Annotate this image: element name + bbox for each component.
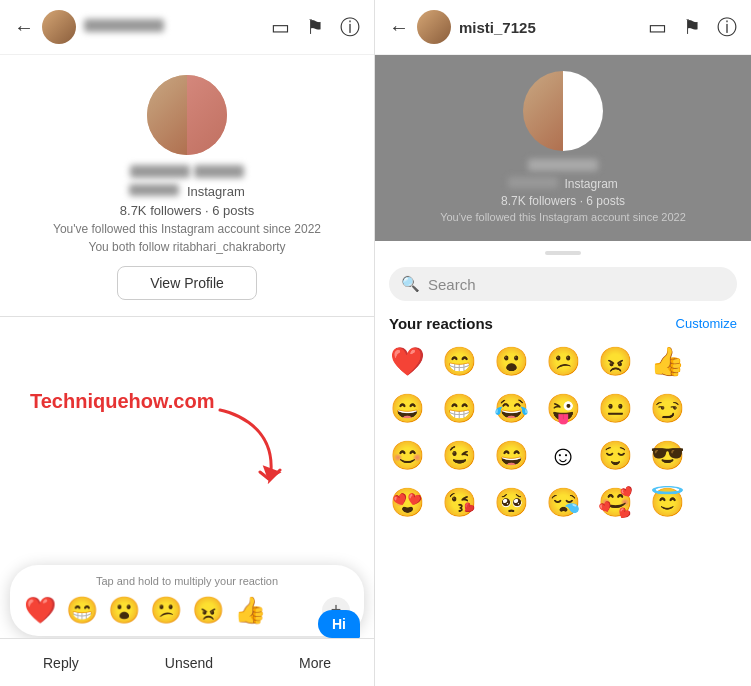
emoji-smile[interactable]: 😊 <box>383 434 431 477</box>
profile-stats: 8.7K followers · 6 posts <box>120 203 254 218</box>
right-top-bar-icons: ▭ ⚑ ⓘ <box>648 14 737 41</box>
profile-followed: You've followed this Instagram account s… <box>53 222 321 236</box>
search-icon: 🔍 <box>401 275 420 293</box>
right-top-bar: ← misti_7125 ▭ ⚑ ⓘ <box>375 0 751 55</box>
right-profile-name <box>528 159 598 175</box>
left-top-bar: ← ▭ ⚑ ⓘ <box>0 0 374 55</box>
more-button[interactable]: More <box>279 647 351 679</box>
search-input[interactable]: Search <box>428 276 476 293</box>
right-back-icon[interactable]: ← <box>389 16 409 39</box>
emoji-empty2 <box>695 387 743 430</box>
reaction-emojis: ❤️ 😁 😮 😕 😠 👍 + <box>24 595 350 626</box>
reaction-emoji-grin[interactable]: 😁 <box>66 595 98 626</box>
chat-name <box>84 19 263 36</box>
emoji-innocent[interactable]: 😇 <box>643 481 691 524</box>
right-panel: ← misti_7125 ▭ ⚑ ⓘ Instagram 8.7K follow… <box>375 0 751 686</box>
emoji-sleepy[interactable]: 😪 <box>539 481 587 524</box>
right-profile-section: Instagram 8.7K followers · 6 posts You'v… <box>375 55 751 241</box>
profile-name <box>130 165 244 182</box>
reaction-emoji-wow[interactable]: 😮 <box>108 595 140 626</box>
profile-instagram-label: Instagram <box>129 184 244 199</box>
emoji-blush[interactable]: ☺️ <box>539 434 587 477</box>
emoji-kiss[interactable]: 😘 <box>435 481 483 524</box>
reaction-bar: Tap and hold to multiply your reaction ❤… <box>10 565 364 636</box>
emoji-heart[interactable]: ❤️ <box>383 340 431 383</box>
right-bottom-sheet: 🔍 Search Your reactions Customize ❤️ 😁 😮… <box>375 241 751 686</box>
emoji-laugh[interactable]: 😂 <box>487 387 535 430</box>
emoji-grin[interactable]: 😁 <box>435 340 483 383</box>
emoji-smirk[interactable]: 😏 <box>643 387 691 430</box>
right-profile-followed: You've followed this Instagram account s… <box>440 211 686 223</box>
reaction-emoji-sad[interactable]: 😕 <box>150 595 182 626</box>
emoji-grid: ❤️ 😁 😮 😕 😠 👍 😄 😁 😂 😜 😐 😏 😊 😉 😄 ☺️ 😌 😎 <box>375 340 751 524</box>
info-icon[interactable]: ⓘ <box>340 14 360 41</box>
right-avatar-small <box>417 10 451 44</box>
right-chat-name: misti_7125 <box>459 19 640 36</box>
right-profile-avatar <box>523 71 603 151</box>
emoji-heart-eyes[interactable]: 😍 <box>383 481 431 524</box>
hi-message-bubble: Hi <box>318 610 360 638</box>
emoji-wink[interactable]: 😉 <box>435 434 483 477</box>
right-profile-instagram: Instagram <box>508 177 618 191</box>
emoji-smiling-hearts[interactable]: 🥰 <box>591 481 639 524</box>
reply-button[interactable]: Reply <box>23 647 99 679</box>
emoji-cool[interactable]: 😎 <box>643 434 691 477</box>
view-profile-button[interactable]: View Profile <box>117 266 257 300</box>
emoji-wink-tongue[interactable]: 😜 <box>539 387 587 430</box>
customize-link[interactable]: Customize <box>676 316 737 331</box>
back-icon[interactable]: ← <box>14 16 34 39</box>
emoji-sad[interactable]: 😕 <box>539 340 587 383</box>
flag-icon[interactable]: ⚑ <box>306 15 324 39</box>
reaction-emoji-angry[interactable]: 😠 <box>192 595 224 626</box>
emoji-relieved[interactable]: 😌 <box>591 434 639 477</box>
reaction-hint: Tap and hold to multiply your reaction <box>24 575 350 587</box>
emoji-empty3 <box>695 434 743 477</box>
unsend-button[interactable]: Unsend <box>145 647 233 679</box>
top-bar-icons: ▭ ⚑ ⓘ <box>271 14 360 41</box>
arrow-indicator <box>200 400 300 524</box>
profile-avatar <box>147 75 227 155</box>
svg-marker-0 <box>259 465 282 483</box>
your-reactions-label: Your reactions <box>389 315 493 332</box>
emoji-smile-teeth[interactable]: 😁 <box>435 387 483 430</box>
video-call-icon[interactable]: ▭ <box>271 15 290 39</box>
profile-card: Instagram 8.7K followers · 6 posts You'v… <box>0 55 374 317</box>
emoji-empty4 <box>695 481 743 524</box>
emoji-pleading[interactable]: 🥺 <box>487 481 535 524</box>
reaction-emoji-heart[interactable]: ❤️ <box>24 595 56 626</box>
sheet-handle <box>545 251 581 255</box>
emoji-angry[interactable]: 😠 <box>591 340 639 383</box>
emoji-wow[interactable]: 😮 <box>487 340 535 383</box>
left-panel: ← ▭ ⚑ ⓘ Instagram 8.7K follo <box>0 0 375 686</box>
right-info-icon[interactable]: ⓘ <box>717 14 737 41</box>
avatar-small <box>42 10 76 44</box>
reaction-emoji-thumbsup[interactable]: 👍 <box>234 595 266 626</box>
emoji-neutral[interactable]: 😐 <box>591 387 639 430</box>
emoji-biggrin[interactable]: 😄 <box>383 387 431 430</box>
watermark: Techniquehow.com <box>30 390 214 413</box>
profile-mutual: You both follow ritabhari_chakraborty <box>88 240 285 254</box>
search-bar[interactable]: 🔍 Search <box>389 267 737 301</box>
right-video-call-icon[interactable]: ▭ <box>648 15 667 39</box>
bottom-bar: Reply Unsend More <box>0 638 374 686</box>
right-flag-icon[interactable]: ⚑ <box>683 15 701 39</box>
your-reactions-header: Your reactions Customize <box>375 309 751 340</box>
emoji-empty1 <box>695 340 743 383</box>
emoji-thumbsup[interactable]: 👍 <box>643 340 691 383</box>
right-profile-stats: 8.7K followers · 6 posts <box>501 194 625 208</box>
emoji-grinning[interactable]: 😄 <box>487 434 535 477</box>
